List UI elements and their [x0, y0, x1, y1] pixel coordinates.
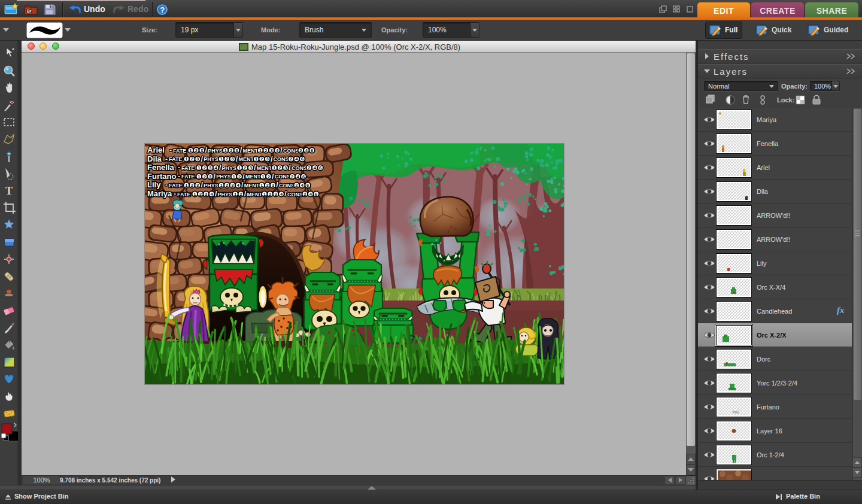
svg-text:/: / — [214, 172, 216, 181]
svg-text:6: 6 — [315, 192, 317, 197]
svg-text:2: 2 — [295, 183, 298, 188]
svg-text:2: 2 — [290, 156, 292, 162]
svg-text:-: - — [178, 172, 180, 181]
svg-text:2: 2 — [279, 165, 281, 171]
svg-text:/: / — [201, 155, 204, 163]
svg-text:T: T — [5, 185, 13, 197]
svg-text:3: 3 — [196, 183, 199, 188]
svg-text:MENT: MENT — [245, 174, 261, 180]
svg-text:2: 2 — [303, 192, 306, 197]
svg-text:6: 6 — [319, 165, 321, 171]
svg-text:/: / — [219, 163, 221, 172]
svg-text:Lily: Lily — [147, 180, 161, 189]
svg-text:2: 2 — [199, 192, 202, 197]
svg-text:/: / — [254, 163, 256, 172]
svg-text:FATE: FATE — [177, 192, 190, 198]
svg-text:3: 3 — [250, 165, 252, 171]
svg-text:3: 3 — [231, 156, 233, 162]
svg-text:/: / — [242, 172, 245, 181]
svg-text:CONS: CONS — [283, 148, 299, 154]
svg-text:/: / — [205, 146, 208, 154]
svg-text:2: 2 — [238, 174, 241, 180]
svg-text:2: 2 — [191, 183, 193, 188]
svg-text:3: 3 — [235, 148, 238, 153]
svg-text:/: / — [244, 190, 247, 198]
svg-text:3: 3 — [209, 165, 211, 171]
svg-text:3: 3 — [272, 183, 274, 188]
svg-text:2: 2 — [269, 192, 271, 197]
svg-text:6: 6 — [311, 148, 313, 153]
svg-text:/: / — [215, 190, 217, 198]
svg-text:PHYS: PHYS — [216, 174, 231, 180]
svg-text:6: 6 — [302, 174, 305, 180]
svg-text:2: 2 — [226, 156, 228, 162]
svg-text:/: / — [236, 155, 238, 163]
svg-text:-: - — [165, 155, 168, 163]
svg-text:-: - — [178, 163, 180, 172]
svg-text:2: 2 — [226, 183, 228, 188]
svg-text:FATE: FATE — [181, 174, 195, 180]
svg-text:CONS: CONS — [279, 183, 295, 189]
svg-text:3: 3 — [205, 192, 207, 197]
svg-text:FATE: FATE — [169, 183, 182, 189]
svg-text:/: / — [289, 163, 291, 172]
svg-text:/: / — [280, 146, 283, 154]
svg-text:3: 3 — [271, 148, 273, 153]
svg-text:PHYS: PHYS — [218, 192, 233, 198]
svg-text:6: 6 — [306, 183, 309, 188]
svg-text:MENT: MENT — [244, 183, 260, 189]
svg-text:PHYS: PHYS — [204, 183, 218, 189]
svg-text:3: 3 — [266, 156, 269, 162]
svg-text:Furtano: Furtano — [147, 172, 176, 181]
svg-text:3: 3 — [201, 148, 203, 153]
svg-text:2: 2 — [268, 174, 270, 180]
svg-text:FATE: FATE — [169, 156, 182, 162]
svg-text:2: 2 — [260, 156, 263, 162]
svg-text:2: 2 — [204, 165, 206, 171]
svg-text:2: 2 — [239, 192, 242, 197]
svg-text:3: 3 — [275, 192, 277, 197]
svg-text:/: / — [241, 181, 244, 189]
svg-text:CONS: CONS — [275, 174, 290, 180]
svg-text:3: 3 — [284, 165, 287, 171]
svg-text:Br: Br — [27, 9, 32, 13]
svg-text:CONS: CONS — [287, 192, 303, 198]
svg-text:2: 2 — [230, 148, 232, 153]
svg-text:2: 2 — [266, 183, 269, 188]
svg-text:Ariel: Ariel — [147, 145, 165, 154]
svg-text:Lock:: Lock: — [777, 96, 794, 104]
svg-text:MENT: MENT — [238, 156, 254, 162]
svg-text:3: 3 — [231, 183, 233, 188]
svg-text:6: 6 — [301, 156, 303, 162]
svg-text:/: / — [271, 155, 273, 163]
svg-text:-: - — [169, 146, 172, 154]
svg-text:/: / — [276, 181, 278, 189]
svg-text:MENT: MENT — [257, 165, 272, 171]
svg-text:2: 2 — [299, 148, 302, 153]
svg-text:CONS: CONS — [292, 165, 307, 171]
svg-text:2: 2 — [291, 174, 293, 180]
svg-text:FATE: FATE — [173, 148, 186, 154]
svg-text:MENT: MENT — [247, 192, 262, 198]
svg-text:Mariya: Mariya — [147, 189, 172, 198]
svg-text:Dila: Dila — [147, 154, 162, 163]
svg-text:-: - — [174, 190, 176, 198]
svg-text:?: ? — [160, 5, 165, 14]
svg-text:2: 2 — [308, 165, 310, 171]
svg-text:2: 2 — [265, 148, 267, 153]
svg-text:2: 2 — [191, 156, 193, 162]
svg-text:Fenella: Fenella — [147, 163, 175, 172]
svg-text:2: 2 — [204, 174, 206, 180]
svg-text:FATE: FATE — [181, 165, 195, 171]
svg-text:MENT: MENT — [242, 148, 258, 154]
svg-text:3: 3 — [196, 156, 199, 162]
svg-text:3: 3 — [209, 174, 211, 180]
svg-text:2: 2 — [244, 165, 246, 171]
svg-text:-: - — [165, 181, 168, 189]
svg-text:/: / — [284, 190, 287, 198]
svg-text:PHYS: PHYS — [222, 165, 237, 171]
svg-text:/: / — [201, 181, 204, 189]
svg-text:CONS: CONS — [274, 156, 289, 162]
svg-text:/: / — [272, 172, 274, 181]
svg-text:/: / — [240, 146, 242, 154]
